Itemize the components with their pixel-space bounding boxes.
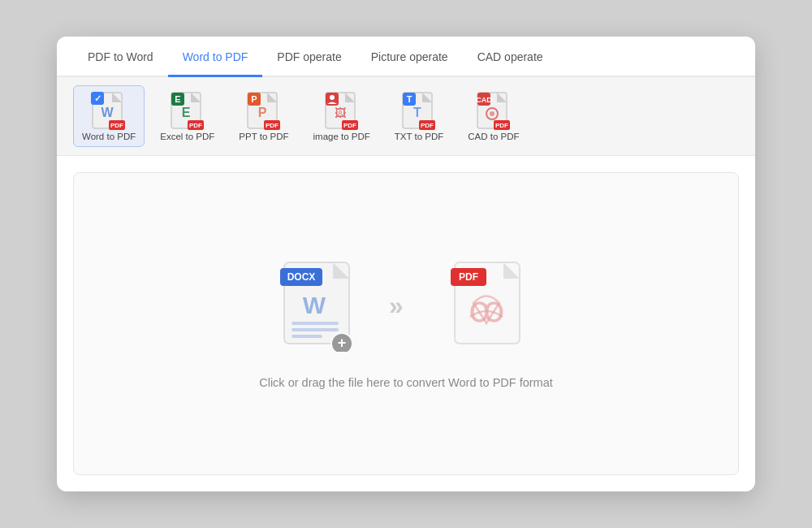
- svg-text:+: +: [338, 335, 347, 351]
- svg-rect-50: [292, 335, 322, 338]
- svg-text:P: P: [251, 94, 257, 104]
- svg-text:P: P: [258, 106, 267, 119]
- svg-text:»: »: [389, 291, 404, 320]
- tab-picture-operate[interactable]: Picture operate: [356, 38, 463, 77]
- subtool-cad-to-pdf-label: CAD to PDF: [468, 132, 519, 141]
- subtool-txt-to-pdf[interactable]: T T PDF TXT to PDF: [386, 85, 453, 147]
- svg-text:🖼: 🖼: [335, 106, 346, 119]
- svg-point-40: [490, 111, 495, 116]
- svg-text:T: T: [407, 94, 412, 104]
- svg-text:W: W: [303, 292, 326, 318]
- svg-text:DOCX: DOCX: [287, 271, 316, 283]
- svg-text:PDF: PDF: [459, 271, 478, 283]
- svg-text:PDF: PDF: [343, 122, 356, 129]
- svg-text:E: E: [175, 94, 180, 104]
- cad-to-pdf-icon: CAD PDF: [476, 91, 512, 132]
- svg-text:E: E: [181, 106, 190, 119]
- drop-zone-prompt: Click or drag the file here to convert W…: [259, 376, 553, 389]
- svg-text:PDF: PDF: [266, 122, 279, 129]
- source-file-icon: DOCX W +: [280, 258, 361, 352]
- svg-text:✓: ✓: [94, 93, 102, 103]
- drop-zone[interactable]: DOCX W + »: [73, 172, 739, 475]
- chevron-arrows-icon: »: [386, 285, 426, 326]
- svg-rect-49: [292, 328, 339, 331]
- tab-word-to-pdf[interactable]: Word to PDF: [168, 38, 263, 77]
- subtool-image-to-pdf-label: image to PDF: [313, 132, 370, 141]
- subtool-cad-to-pdf[interactable]: CAD PDF CAD to PDF: [459, 85, 528, 147]
- svg-text:PDF: PDF: [110, 122, 123, 129]
- nav-tabs: PDF to Word Word to PDF PDF operate Pict…: [57, 37, 755, 77]
- svg-text:PDF: PDF: [495, 122, 508, 129]
- app-window: PDF to Word Word to PDF PDF operate Pict…: [57, 37, 755, 491]
- svg-text:PDF: PDF: [189, 122, 202, 129]
- svg-text:CAD: CAD: [476, 96, 492, 104]
- subtool-excel-to-pdf[interactable]: E E PDF Excel to PDF: [151, 85, 223, 147]
- target-file-icon: PDF ꝏ: [451, 258, 532, 352]
- tab-cad-operate[interactable]: CAD operate: [463, 38, 558, 77]
- svg-rect-48: [292, 322, 339, 325]
- word-to-pdf-icon: ✓ W PDF: [91, 91, 127, 132]
- subtool-ppt-to-pdf-label: PPT to PDF: [239, 132, 288, 141]
- svg-text:PDF: PDF: [421, 122, 434, 129]
- svg-text:T: T: [413, 106, 421, 119]
- subtool-ppt-to-pdf[interactable]: P P PDF PPT to PDF: [230, 85, 297, 147]
- txt-to-pdf-icon: T T PDF: [401, 91, 437, 132]
- svg-point-24: [330, 95, 335, 100]
- subtool-txt-to-pdf-label: TXT to PDF: [395, 132, 444, 141]
- subtool-bar: ✓ W PDF Word to PDF E E: [57, 77, 755, 156]
- tab-pdf-operate[interactable]: PDF operate: [262, 38, 356, 77]
- subtool-word-to-pdf[interactable]: ✓ W PDF Word to PDF: [73, 85, 145, 147]
- image-to-pdf-icon: 🖼 PDF: [324, 91, 360, 132]
- subtool-word-to-pdf-label: Word to PDF: [82, 132, 136, 141]
- subtool-image-to-pdf[interactable]: 🖼 PDF image to PDF: [304, 85, 379, 147]
- ppt-to-pdf-icon: P P PDF: [246, 91, 282, 132]
- svg-text:W: W: [102, 106, 114, 119]
- subtool-excel-to-pdf-label: Excel to PDF: [160, 132, 214, 141]
- excel-to-pdf-icon: E E PDF: [170, 91, 205, 132]
- convert-illustration: DOCX W + »: [280, 258, 532, 352]
- tab-pdf-to-word[interactable]: PDF to Word: [73, 38, 168, 77]
